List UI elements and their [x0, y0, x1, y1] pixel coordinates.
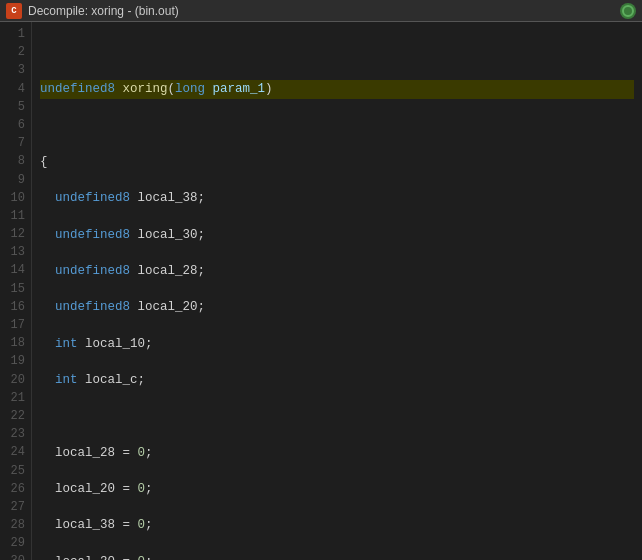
code-line-15: local_30 = 0;: [40, 553, 634, 561]
code-area: 1 2 3 4 5 6 7 8 9 10 11 12 13 14 15 16 1…: [0, 22, 642, 560]
code-line-10: int local_c;: [40, 371, 634, 389]
code-line-2: undefined8 xoring(long param_1): [40, 80, 634, 98]
code-line-4: {: [40, 153, 634, 171]
code-line-9: int local_10;: [40, 335, 634, 353]
code-line-14: local_38 = 0;: [40, 516, 634, 534]
close-button[interactable]: [620, 3, 636, 19]
code-line-13: local_20 = 0;: [40, 480, 634, 498]
code-line-3: [40, 117, 634, 135]
code-line-5: undefined8 local_38;: [40, 189, 634, 207]
code-line-1: [40, 44, 634, 62]
code-line-6: undefined8 local_30;: [40, 226, 634, 244]
code-line-12: local_28 = 0;: [40, 444, 634, 462]
code-content[interactable]: undefined8 xoring(long param_1) { undefi…: [32, 22, 642, 560]
code-line-8: undefined8 local_20;: [40, 298, 634, 316]
line-numbers: 1 2 3 4 5 6 7 8 9 10 11 12 13 14 15 16 1…: [0, 22, 32, 560]
title-bar: C Decompile: xoring - (bin.out): [0, 0, 642, 22]
code-line-7: undefined8 local_28;: [40, 262, 634, 280]
window-title: Decompile: xoring - (bin.out): [28, 4, 179, 18]
app-icon: C: [6, 3, 22, 19]
code-line-11: [40, 407, 634, 425]
